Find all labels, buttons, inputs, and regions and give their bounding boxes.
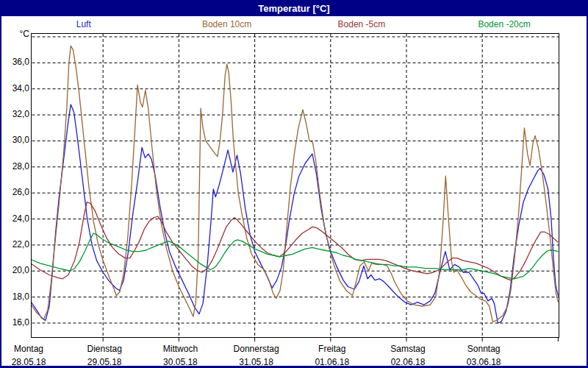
x-label-day-freitag: Freitag [318, 344, 345, 354]
x-label-day-dienstag: Dienstag [87, 344, 122, 354]
plot-area [31, 33, 561, 346]
plot-border [32, 34, 559, 338]
legend-label-boden-5cm: Boden -5cm [338, 19, 386, 29]
x-label-day-sonntag: Sonntag [467, 344, 501, 354]
x-label-day-montag: Montag [14, 344, 43, 354]
x-label-date-30-05-18: 30.05.18 [163, 357, 198, 367]
x-label-date-28-05-18: 28.05.18 [12, 357, 46, 367]
series-line-3-boden-20cm [31, 233, 558, 279]
x-label-date-29-05-18: 29.05.18 [87, 357, 122, 367]
y-tick-label-22: 22,0 [3, 239, 29, 250]
window-title: Temperatur [°C] [258, 3, 329, 14]
y-tick-label-16: 16,0 [3, 317, 29, 328]
x-label-day-mittwoch: Mittwoch [163, 344, 198, 354]
x-label-date-01-06-18: 01.06.18 [315, 357, 349, 367]
y-tick-label-26: 26,0 [3, 187, 29, 197]
y-tick-label-34: 34,0 [3, 83, 29, 93]
x-label-date-02-06-18: 02.06.18 [391, 357, 426, 367]
legend-label-luft: Luft [76, 19, 91, 29]
y-tick-label-20: 20,0 [3, 265, 29, 275]
y-tick-label-36: 36,0 [3, 57, 29, 67]
y-tick-label-28: 28,0 [3, 161, 29, 171]
series-line-0-luft [31, 105, 558, 323]
series-line-1-boden-10cm [31, 46, 558, 322]
temperature-plot-svg [31, 33, 561, 343]
y-tick-label-32: 32,0 [3, 109, 29, 119]
series-line-2-boden-5cm [31, 202, 558, 280]
x-label-date-31-05-18: 31.05.18 [239, 357, 273, 367]
x-label-date-03-06-18: 03.06.18 [467, 357, 501, 367]
temperature-chart-window: Temperatur [°C] LuftBoden 10cmBoden -5cm… [0, 0, 588, 368]
window-title-bar: Temperatur [°C] [0, 0, 588, 16]
x-label-day-samstag: Samstag [390, 344, 425, 354]
y-tick-label-18: 18,0 [3, 291, 29, 302]
y-tick-label-24: 24,0 [3, 213, 29, 224]
legend-label-boden-20cm: Boden -20cm [478, 19, 530, 29]
y-axis-unit-label: °C [3, 29, 29, 39]
x-label-day-donnerstag: Donnerstag [234, 344, 279, 354]
y-tick-label-30: 30,0 [3, 135, 29, 145]
legend-label-boden-10cm: Boden 10cm [202, 19, 251, 29]
